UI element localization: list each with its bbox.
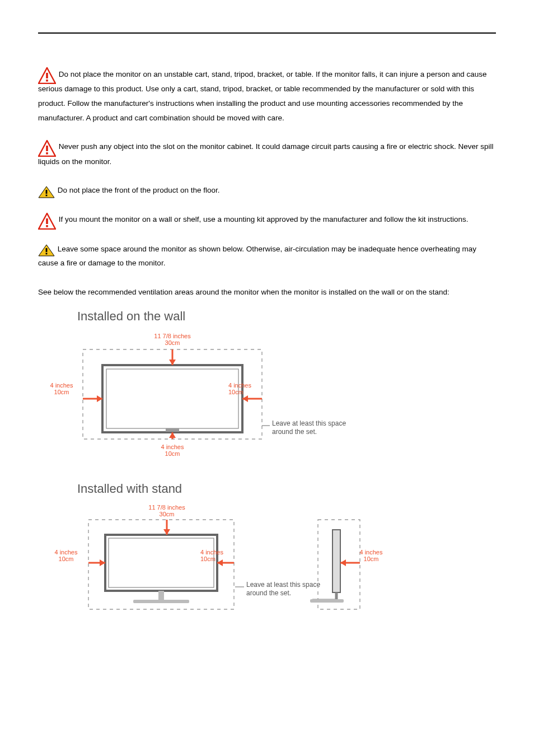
- diagram-wall: 11 7/8 inches 30cm 4 inches 10cm 4 inche…: [38, 332, 352, 460]
- label-top-cm: 30cm: [165, 339, 180, 346]
- warning-4-text: If you mount the monitor on a wall or sh…: [59, 215, 469, 223]
- warning-2: Never push any object into the slot on t…: [38, 139, 496, 169]
- label-right-cm-2: 10cm: [200, 556, 216, 562]
- label-top-in: 11 7/8 inches: [154, 333, 191, 339]
- svg-rect-10: [46, 218, 48, 224]
- svg-rect-11: [46, 225, 48, 227]
- label-side-in: 4 inches: [360, 549, 383, 556]
- warning-3-text: Do not place the front of the product on…: [58, 186, 220, 194]
- intro-text: See below the recommended ventilation ar…: [38, 285, 496, 300]
- label-right-cm: 10cm: [228, 389, 243, 395]
- note-line2-stand: around the set.: [246, 589, 291, 597]
- svg-rect-41: [332, 530, 340, 592]
- svg-rect-42: [310, 599, 344, 603]
- label-top-in-2: 11 7/8 inches: [148, 504, 185, 511]
- caution-triangle-icon: [38, 186, 55, 198]
- heading-stand: Installed with stand: [77, 477, 496, 501]
- svg-rect-4: [46, 146, 48, 151]
- label-bottom-cm: 10cm: [165, 450, 180, 457]
- warning-2-text: Never push any object into the slot on t…: [38, 142, 493, 165]
- svg-rect-14: [46, 253, 48, 254]
- warning-triangle-icon: [38, 140, 56, 157]
- label-top-cm-2: 30cm: [160, 511, 175, 517]
- svg-rect-18: [166, 428, 179, 432]
- svg-rect-32: [133, 600, 189, 603]
- svg-marker-44: [340, 559, 346, 566]
- diagram-stand-wrap: Installed with stand 11 7/8 inches 30cm …: [38, 477, 496, 616]
- svg-rect-7: [46, 190, 48, 194]
- svg-rect-2: [46, 80, 48, 82]
- svg-rect-8: [46, 194, 48, 196]
- warning-5-text: Leave some space around the monitor as s…: [38, 245, 476, 268]
- label-bottom-in: 4 inches: [161, 444, 184, 450]
- diagram-wall-wrap: Installed on the wall 11 7/8 inches 30cm…: [38, 305, 496, 460]
- label-left-in: 4 inches: [50, 382, 73, 389]
- warning-3: Do not place the front of the product on…: [38, 183, 496, 198]
- svg-rect-1: [46, 73, 48, 78]
- label-right-in: 4 inches: [228, 382, 251, 389]
- warning-4: If you mount the monitor on a wall or sh…: [38, 212, 496, 227]
- label-side-cm: 10cm: [364, 556, 379, 562]
- note-line2-wall: around the set.: [272, 428, 317, 436]
- warning-triangle-icon: [38, 213, 56, 230]
- svg-rect-13: [46, 248, 48, 252]
- label-left-in-2: 4 inches: [55, 549, 78, 556]
- warning-5: Leave some space around the monitor as s…: [38, 242, 496, 270]
- note-line1-wall: Leave at least this space: [272, 419, 346, 427]
- label-right-in-2: 4 inches: [200, 549, 223, 556]
- svg-rect-16: [102, 365, 242, 432]
- diagram-stand: 11 7/8 inches 30cm 4 inches 10cm 4 inche…: [38, 504, 407, 616]
- warning-1-text: Do not place the monitor on an unstable …: [38, 70, 486, 122]
- svg-rect-29: [105, 535, 217, 591]
- warning-triangle-icon: [38, 67, 56, 84]
- svg-rect-5: [46, 152, 48, 155]
- header-rule: [38, 32, 496, 34]
- svg-rect-31: [158, 591, 164, 600]
- label-left-cm: 10cm: [54, 389, 69, 395]
- heading-wall: Installed on the wall: [77, 305, 496, 328]
- label-left-cm-2: 10cm: [59, 556, 74, 562]
- warning-1: Do not place the monitor on an unstable …: [38, 67, 496, 125]
- note-line1-stand: Leave at least this space: [246, 581, 320, 589]
- caution-triangle-icon: [38, 244, 55, 256]
